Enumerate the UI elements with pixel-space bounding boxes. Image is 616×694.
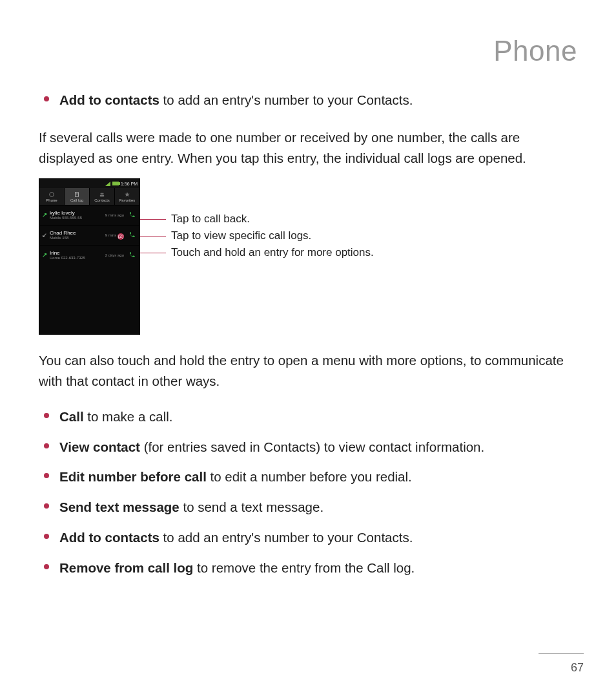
star-icon <box>124 191 130 198</box>
bullet-send-text: Send text message to send a text message… <box>39 492 577 523</box>
bullet-rest: to edit a number before you redial. <box>207 469 412 484</box>
call-log-row[interactable]: Irine Home 022-633-7325 2 days ago <box>39 245 139 265</box>
signal-icon <box>105 182 110 186</box>
bullet-bold: Add to contacts <box>59 530 159 545</box>
callout-view-logs: Tap to view specific call logs. <box>140 229 311 242</box>
tab-phone[interactable]: Phone <box>39 188 65 205</box>
page-number: 67 <box>571 661 584 675</box>
row-sub: Mobile 158 <box>50 236 103 240</box>
svg-point-4 <box>101 193 103 195</box>
row-sub: Home 022-633-7325 <box>50 256 103 260</box>
tab-label: Favorites <box>119 198 136 202</box>
bullet-bold: Remove from call log <box>59 560 193 575</box>
row-name: Chad Rhee <box>50 231 103 237</box>
bullet-rest: to make a call. <box>84 409 173 424</box>
call-log-figure: 1:56 PM Phone Call log <box>39 178 577 335</box>
row-name: kylie lovely <box>50 211 103 216</box>
call-back-button[interactable] <box>127 230 137 240</box>
battery-icon <box>112 182 119 185</box>
callout-text: Tap to view specific call logs. <box>171 229 311 242</box>
paragraph-more-options: You can also touch and hold the entry to… <box>39 350 577 392</box>
bullet-bold: Edit number before call <box>59 469 207 484</box>
bullet-remove-from-log: Remove from call log to remove the entry… <box>39 553 577 584</box>
row-name: Irine <box>50 251 103 257</box>
bullet-view-contact: View contact (for entries saved in Conta… <box>39 432 577 463</box>
row-info: Irine Home 022-633-7325 <box>50 251 103 260</box>
status-time: 1:56 PM <box>121 182 138 186</box>
call-log-list: kylie lovely Mobile 555-555-55 9 mins ag… <box>39 205 139 265</box>
bullet-bold: Send text message <box>59 499 180 514</box>
status-bar: 1:56 PM <box>39 179 139 188</box>
phone-mockup: 1:56 PM Phone Call log <box>39 178 140 335</box>
row-sub: Mobile 555-555-55 <box>50 216 103 220</box>
row-info: Chad Rhee Mobile 158 <box>50 231 103 240</box>
bullet-rest: (for entries saved in Contacts) to view … <box>140 439 484 454</box>
bullet-bold: Add to contacts <box>59 92 159 107</box>
figure-callouts: Tap to call back. Tap to view specific c… <box>140 178 577 333</box>
callout-text: Tap to call back. <box>171 213 250 226</box>
footer-rule <box>539 653 584 654</box>
bullet-call: Call to make a call. <box>39 402 577 432</box>
tab-label: Call log <box>70 198 83 202</box>
tab-favorites[interactable]: Favorites <box>115 188 139 205</box>
call-log-row[interactable]: Chad Rhee Mobile 158 9 mins ago (2) <box>39 225 139 245</box>
svg-point-0 <box>50 192 54 196</box>
bullet-rest: to send a text message. <box>180 499 323 514</box>
count-badge[interactable]: (2) <box>118 233 124 240</box>
paragraph-grouped-calls: If several calls were made to one number… <box>39 127 577 169</box>
tab-label: Contacts <box>94 198 110 202</box>
bullet-add-to-contacts: Add to contacts to add an entry's number… <box>39 523 577 553</box>
outgoing-icon <box>42 253 47 258</box>
call-back-button[interactable] <box>127 210 137 220</box>
row-time: 9 mins ago <box>105 213 124 217</box>
bullet-add-to-contacts-top: Add to contacts to add an entry's number… <box>39 85 577 116</box>
callout-call-back: Tap to call back. <box>140 213 250 226</box>
row-time: 2 days ago <box>105 253 124 257</box>
callout-text: Touch and hold an entry for more options… <box>171 246 374 259</box>
phone-icon <box>48 191 55 198</box>
outgoing-icon <box>42 213 47 218</box>
page-title: Phone <box>39 35 577 67</box>
svg-point-5 <box>102 193 104 195</box>
bullet-bold: View contact <box>59 439 140 454</box>
row-info: kylie lovely Mobile 555-555-55 <box>50 211 103 220</box>
tab-contacts[interactable]: Contacts <box>90 188 115 205</box>
call-back-button[interactable] <box>127 250 137 260</box>
tab-call-log[interactable]: Call log <box>65 188 90 205</box>
bullet-rest: to remove the entry from the Call log. <box>193 560 415 575</box>
bullet-rest: to add an entry's number to your Contact… <box>159 530 413 545</box>
callout-hold-entry: Touch and hold an entry for more options… <box>140 246 374 259</box>
list-icon <box>74 191 80 198</box>
bullet-bold: Call <box>59 409 84 424</box>
incoming-icon <box>42 233 47 238</box>
tab-label: Phone <box>46 198 57 202</box>
tab-bar: Phone Call log Contacts <box>39 188 139 205</box>
svg-rect-6 <box>100 195 105 197</box>
bullet-rest: to add an entry's number to your Contact… <box>159 92 413 107</box>
call-log-row[interactable]: kylie lovely Mobile 555-555-55 9 mins ag… <box>39 205 139 225</box>
bullet-edit-number: Edit number before call to edit a number… <box>39 462 577 492</box>
people-icon <box>99 191 105 198</box>
svg-marker-7 <box>125 192 130 196</box>
